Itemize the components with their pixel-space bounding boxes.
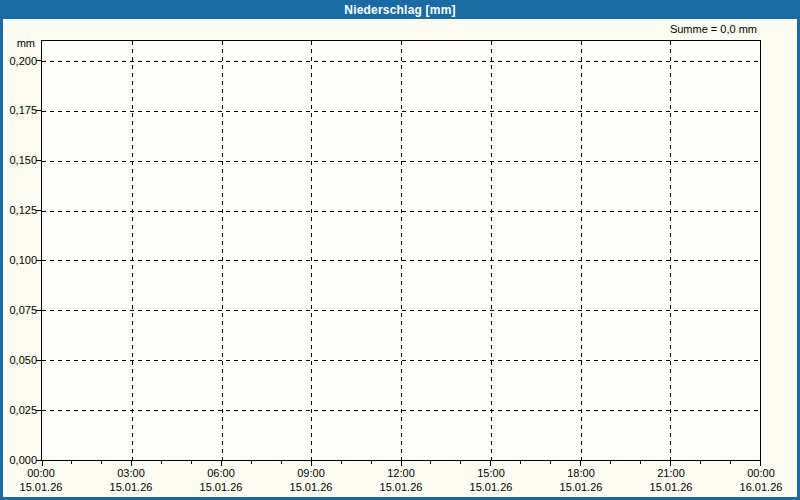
y-axis-tick [36, 310, 41, 311]
x-axis-tick-minor [430, 461, 431, 464]
x-axis-tick-major [580, 461, 581, 466]
x-axis-tick-major [760, 461, 761, 466]
y-tick-label: 0,000 [9, 454, 37, 466]
x-axis-tick-minor [281, 461, 282, 464]
x-axis-tick-minor [341, 461, 342, 464]
x-axis-tick-minor [640, 461, 641, 464]
y-tick-label: 0,025 [9, 404, 37, 416]
y-axis-tick [36, 410, 41, 411]
x-tick-label: 00:0016.01.26 [716, 467, 800, 494]
x-axis-tick-minor [371, 461, 372, 464]
chart-body: Summe = 0,0 mm mm 0,2000,1750,1500,1250,… [3, 19, 797, 497]
x-tick-time: 03:00 [86, 467, 176, 480]
y-axis-labels: mm 0,2000,1750,1500,1250,1000,0750,0500,… [3, 19, 37, 497]
y-axis-tick [36, 260, 41, 261]
x-axis-tick-major [311, 461, 312, 466]
x-tick-label: 00:0015.01.26 [0, 467, 86, 494]
chart-title: Niederschlag [mm] [344, 3, 455, 17]
x-tick-time: 00:00 [0, 467, 86, 480]
y-tick-label: 0,125 [9, 204, 37, 216]
y-tick-label: 0,200 [9, 55, 37, 67]
x-tick-label: 21:0015.01.26 [626, 467, 716, 494]
x-gridline [311, 41, 312, 460]
plot-area [41, 40, 761, 461]
x-axis-tick-minor [71, 461, 72, 464]
x-tick-date: 15.01.26 [176, 481, 266, 494]
x-axis-tick-major [42, 461, 43, 466]
x-tick-date: 15.01.26 [626, 481, 716, 494]
y-axis-tick [36, 160, 41, 161]
x-gridline [581, 41, 582, 460]
x-tick-time: 21:00 [626, 467, 716, 480]
x-tick-date: 15.01.26 [266, 481, 356, 494]
x-tick-label: 03:0015.01.26 [86, 467, 176, 494]
y-tick-label: 0,100 [9, 254, 37, 266]
x-tick-time: 18:00 [536, 467, 626, 480]
x-tick-date: 16.01.26 [716, 481, 800, 494]
x-tick-label: 18:0015.01.26 [536, 467, 626, 494]
x-axis-tick-major [490, 461, 491, 466]
x-axis-labels: 00:0015.01.2603:0015.01.2606:0015.01.260… [41, 467, 761, 497]
y-axis-unit: mm [17, 37, 35, 49]
y-tick-label: 0,175 [9, 104, 37, 116]
x-tick-time: 00:00 [716, 467, 800, 480]
y-tick-label: 0,075 [9, 304, 37, 316]
y-axis-tick [36, 110, 41, 111]
x-axis-tick-minor [101, 461, 102, 464]
x-tick-label: 15:0015.01.26 [446, 467, 536, 494]
y-axis-tick [36, 210, 41, 211]
y-axis-tick [36, 60, 41, 61]
x-tick-time: 15:00 [446, 467, 536, 480]
x-axis-tick-minor [730, 461, 731, 464]
x-tick-label: 06:0015.01.26 [176, 467, 266, 494]
x-axis-tick-major [221, 461, 222, 466]
x-axis-tick-major [131, 461, 132, 466]
x-axis-tick-major [401, 461, 402, 466]
x-tick-time: 12:00 [356, 467, 446, 480]
chart-titlebar: Niederschlag [mm] [0, 0, 800, 19]
x-tick-label: 12:0015.01.26 [356, 467, 446, 494]
x-tick-date: 15.01.26 [446, 481, 536, 494]
x-axis-tick-minor [610, 461, 611, 464]
x-axis-tick-minor [520, 461, 521, 464]
y-tick-label: 0,050 [9, 354, 37, 366]
x-gridline [132, 41, 133, 460]
x-tick-date: 15.01.26 [356, 481, 446, 494]
x-axis-tick-minor [700, 461, 701, 464]
x-axis-tick-major [670, 461, 671, 466]
x-axis-tick-minor [550, 461, 551, 464]
y-tick-label: 0,150 [9, 154, 37, 166]
x-tick-time: 09:00 [266, 467, 356, 480]
x-tick-date: 15.01.26 [536, 481, 626, 494]
x-gridline [222, 41, 223, 460]
x-gridline [491, 41, 492, 460]
x-axis-tick-minor [161, 461, 162, 464]
x-axis-tick-minor [251, 461, 252, 464]
x-axis-tick-minor [191, 461, 192, 464]
x-axis-tick-minor [460, 461, 461, 464]
x-tick-label: 09:0015.01.26 [266, 467, 356, 494]
y-axis-tick [36, 360, 41, 361]
sum-label: Summe = 0,0 mm [670, 23, 757, 35]
x-gridline [401, 41, 402, 460]
x-tick-time: 06:00 [176, 467, 266, 480]
y-axis-tick [36, 460, 41, 461]
x-tick-date: 15.01.26 [0, 481, 86, 494]
x-tick-date: 15.01.26 [86, 481, 176, 494]
x-gridline [670, 41, 671, 460]
chart-window: Niederschlag [mm] Summe = 0,0 mm mm 0,20… [0, 0, 800, 500]
